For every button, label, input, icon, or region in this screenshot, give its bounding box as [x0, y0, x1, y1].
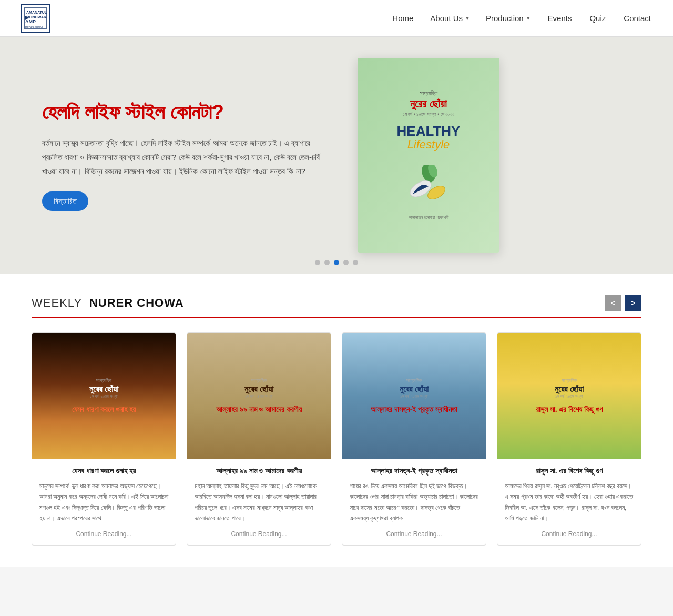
- svg-text:MONOWARA: MONOWARA: [26, 15, 47, 19]
- cards-grid: সাপ্তাহিক নুরের ছোঁয়া ১ম বর্ষ ২৩তম সংখ্…: [32, 332, 641, 546]
- hero-title: হেলদি লাইফ স্টাইল কোনটা?: [42, 99, 326, 125]
- continue-reading-link[interactable]: Continue Reading...: [39, 530, 168, 538]
- card-title: আল্লাহর ৯৯ নাম ও আমাদের করণীয়: [195, 467, 323, 476]
- list-item: সাপ্তাহিক নুরের ছোঁয়া ১ম বর্ষ ২৩তম সংখ্…: [32, 332, 176, 546]
- next-arrow-button[interactable]: >: [625, 295, 641, 311]
- card-image-4: সাপ্তাহিক নুরের ছোঁয়া ১ম বর্ষ ২৬তম সংখ্…: [497, 333, 641, 459]
- book-publisher: আমানাতুল মনোয়ারা প্রকাশনী: [397, 215, 461, 220]
- list-item: সাপ্তাহিক নুরের ছোঁয়া ১ম বর্ষ ২৪তম সংখ্…: [187, 332, 331, 546]
- nc-detail: ১ম বর্ষ ২৫তম সংখ্যা: [400, 394, 428, 399]
- card-title: রাসুল সা. এর বিশেষ কিছু গুণ: [505, 467, 634, 476]
- dot-3[interactable]: [334, 260, 339, 265]
- nc-title-text: নুরের ছোঁয়া: [555, 385, 583, 394]
- nav-production[interactable]: Production ▼: [486, 14, 531, 23]
- card-subtitle-text: যেসব ধারণা করলে গুনাহ হয়: [72, 405, 136, 415]
- nav-about[interactable]: About Us ▼: [430, 14, 470, 23]
- list-item: সাপ্তাহিক নুরের ছোঁয়া ১ম বর্ষ ২৫তম সংখ্…: [342, 332, 486, 546]
- card-subtitle-text: আল্লাহর ৯৯ নাম ও আমাদের করণীয়: [216, 405, 302, 415]
- nc-header-label: সাপ্তাহিক: [562, 378, 577, 383]
- section-title: WEEKLY NURER CHOWA: [32, 296, 184, 310]
- card-image-2: সাপ্তাহিক নুরের ছোঁয়া ১ম বর্ষ ২৪তম সংখ্…: [187, 333, 331, 459]
- book-title-en-2: Lifestyle: [397, 138, 461, 151]
- nav-contact[interactable]: Contact: [623, 11, 652, 25]
- continue-reading-link[interactable]: Continue Reading...: [350, 530, 478, 538]
- nc-detail: ১ম বর্ষ ২৪তম সংখ্যা: [245, 394, 273, 399]
- card-excerpt: গায়ের রঙ নিয়ে একসময় আমেরিকা ছিল দুই ভ…: [350, 481, 478, 524]
- nc-title-text: নুরের ছোঁয়া: [400, 385, 428, 394]
- card-excerpt: মহান আল্লাহ তায়ালার কিছু সুন্দর নাম আছে…: [195, 481, 323, 524]
- logo-icon: AMANATUL MONOWARA AMP PROKASHONI: [21, 4, 50, 33]
- nc-header-label: সাপ্তাহিক: [96, 378, 111, 383]
- nav-quiz[interactable]: Quiz: [588, 11, 607, 25]
- nc-title-text: নুরের ছোঁয়া: [244, 385, 273, 394]
- main-nav: Home About Us ▼ Production ▼ Events Quiz…: [391, 11, 652, 25]
- section-header: WEEKLY NURER CHOWA < >: [32, 295, 641, 318]
- carousel-dots: [315, 260, 358, 265]
- svg-text:PROKASHONI: PROKASHONI: [25, 26, 43, 29]
- hero-book-image: সাপ্তাহিক নুরের ছোঁয়া ১ম বর্ষ • ১৯তম সং…: [358, 58, 499, 253]
- header: AMANATUL MONOWARA AMP PROKASHONI Home Ab…: [0, 0, 673, 37]
- book-year: ১ম বর্ষ • ১৯তম সংখ্যা • মে ২০২২: [397, 112, 461, 117]
- svg-text:AMP: AMP: [25, 19, 36, 24]
- dot-2[interactable]: [324, 260, 330, 265]
- capsule-illustration: [402, 165, 455, 202]
- logo[interactable]: AMANATUL MONOWARA AMP PROKASHONI: [21, 4, 50, 33]
- weekly-section: WEEKLY NURER CHOWA < > সাপ্তাহিক নুরের ছ…: [0, 274, 673, 567]
- card-image-3: সাপ্তাহিক নুরের ছোঁয়া ১ম বর্ষ ২৫তম সংখ্…: [342, 333, 486, 459]
- dot-1[interactable]: [315, 260, 320, 265]
- nav-home[interactable]: Home: [391, 11, 414, 25]
- hero-content: হেলদি লাইফ স্টাইল কোনটা? বর্তমানে স্বাস্…: [42, 99, 326, 211]
- continue-reading-link[interactable]: Continue Reading...: [195, 530, 323, 538]
- card-title: আল্লাহর দাসত্ব-ই প্রকৃত স্বাধীনতা: [350, 467, 478, 476]
- dot-4[interactable]: [343, 260, 349, 265]
- chevron-down-icon: ▼: [526, 15, 531, 21]
- nc-title-text: নুরের ছোঁয়া: [89, 385, 118, 394]
- hero-body: বর্তমানে স্বাস্থ্য সচেতনতা বৃদ্ধি পাচ্ছে…: [42, 136, 326, 178]
- nav-events[interactable]: Events: [547, 11, 573, 25]
- prev-arrow-button[interactable]: <: [605, 295, 621, 311]
- card-title: যেসব ধারণা করলে গুনাহ হয়: [39, 467, 168, 476]
- card-subtitle-text: রাসুল সা. এর বিশেষ কিছু গুণ: [536, 405, 603, 415]
- hero-section: হেলদি লাইফ স্টাইল কোনটা? বর্তমানে স্বাস্…: [0, 37, 673, 274]
- list-item: সাপ্তাহিক নুরের ছোঁয়া ১ম বর্ষ ২৬তম সংখ্…: [497, 332, 641, 546]
- card-excerpt: আমাদের প্রিয় রাসুল সা. নবুওত পেয়েছিলেন…: [505, 481, 634, 524]
- nc-header-label: সাপ্তাহিক: [251, 378, 267, 383]
- hero-details-button[interactable]: বিস্তারিত: [42, 191, 88, 211]
- book-title-bn: নুরের ছোঁয়া: [397, 98, 461, 110]
- carousel-nav: < >: [605, 295, 641, 311]
- book-title-en-1: HEALTHY: [397, 124, 461, 139]
- continue-reading-link[interactable]: Continue Reading...: [505, 530, 634, 538]
- book-label: সাপ্তাহিক: [397, 90, 461, 97]
- dot-5[interactable]: [353, 260, 358, 265]
- nc-header-label: সাপ্তাহিক: [406, 378, 422, 383]
- card-subtitle-text: আল্লাহর দাসত্ব-ই প্রকৃত স্বাধীনতা: [371, 405, 457, 415]
- nc-detail: ১ম বর্ষ ২৬তম সংখ্যা: [555, 394, 583, 399]
- svg-text:AMANATUL: AMANATUL: [26, 11, 47, 14]
- card-excerpt: মানুষের সম্পর্কে ভুল ধারণা করা আমাদের অভ…: [39, 481, 168, 524]
- card-image-1: সাপ্তাহিক নুরের ছোঁয়া ১ম বর্ষ ২৩তম সংখ্…: [32, 333, 176, 459]
- nc-detail: ১ম বর্ষ ২৩তম সংখ্যা: [90, 394, 118, 399]
- chevron-down-icon: ▼: [465, 15, 470, 21]
